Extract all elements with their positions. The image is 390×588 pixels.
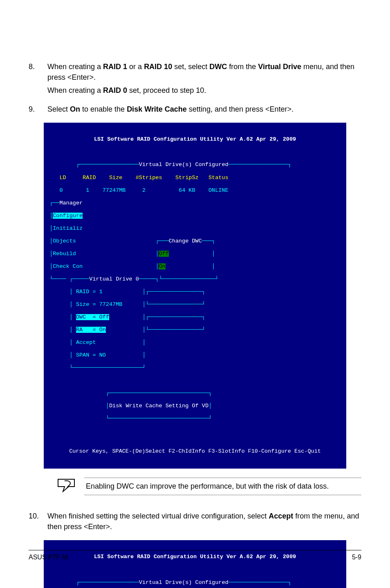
footer-right: 5-9 [352,554,361,561]
dwc-option-off[interactable]: Off [159,251,168,257]
bios-panel-title: Virtual Drive(s) Configured [139,162,229,168]
bios-menu-item[interactable]: Rebuild [53,251,76,257]
vd-param[interactable]: RAID = 1 [76,289,103,295]
dwc-option-on[interactable]: On [159,263,165,269]
vd-param-selected[interactable]: DWC = Off [76,314,109,320]
step-number: 8. [29,61,47,98]
bios-title: LSI Software RAID Configuration Utility … [44,135,346,143]
bios-menu-item-selected[interactable]: Configure [53,213,83,219]
vd-param[interactable]: SPAN = NO [76,352,106,358]
bios-menu-item[interactable]: Initializ [53,225,83,231]
change-dwc-title: Change DWC [169,238,202,244]
vd-param-accept[interactable]: Accept [76,339,96,346]
note-icon [57,478,75,494]
step-9: 9. Select On to enable the Disk Write Ca… [29,104,361,117]
bios-help-bar: Cursor Keys, SPACE-(De)Select F2-ChIdInf… [44,447,346,456]
note: Enabling DWC can improve the performance… [57,478,361,495]
note-text: Enabling DWC can improve the performance… [84,478,361,495]
bios-table-header: LD RAID Size #Stripes StripSz Status [46,175,344,181]
step-10: 10. When finished setting the selected v… [29,511,361,534]
bios-panel-title: Virtual Drive(s) Configured [139,579,229,586]
step-number: 9. [29,104,47,117]
bios-table-row: 0 1 77247MB 2 64 KB ONLINE [46,187,344,194]
step-body: When creating a RAID 1 or a RAID 10 set,… [47,61,361,98]
step-8: 8. When creating a RAID 1 or a RAID 10 s… [29,61,361,98]
vd-param[interactable]: Size = 77247MB [76,301,122,307]
bios-menu-item[interactable]: Check Con [53,263,83,269]
step-body: When finished setting the selected virtu… [47,511,361,534]
virtual-drive-title: Virtual Drive 0 [89,276,139,282]
page-footer: ASUS P7F-M 5-9 [29,550,361,561]
bios-status-bar: Disk Write Cache Setting Of VD [109,403,208,409]
vd-param[interactable]: RA = On [76,327,106,333]
step-body: Select On to enable the Disk Write Cache… [47,104,361,117]
bios-menu-item[interactable]: Objects [53,238,76,244]
step-number: 10. [29,511,47,534]
bios-menu-item[interactable]: Manager [59,200,83,206]
bios-screenshot-1: LSI Software RAID Configuration Utility … [44,123,346,469]
bios-screenshot-2: LSI Software RAID Configuration Utility … [44,540,346,588]
footer-left: ASUS P7F-M [29,554,68,561]
